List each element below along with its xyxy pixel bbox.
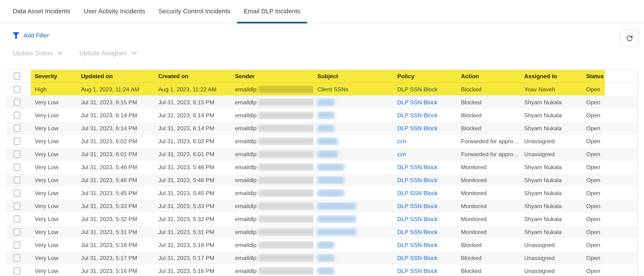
sender-text: emaildlp xyxy=(235,255,256,262)
column-header-updated-on[interactable]: Updated on xyxy=(77,73,154,80)
assigned-to-cell: Unassigned xyxy=(520,268,582,274)
redacted-sender-blur xyxy=(258,124,313,132)
row-checkbox[interactable] xyxy=(14,99,20,106)
status-cell: Open xyxy=(582,86,638,93)
update-assignee-button[interactable]: Update Assignee xyxy=(80,50,137,57)
assigned-to-cell: Unassigned xyxy=(520,151,582,158)
table-row[interactable]: Very Low Jul 31, 2023, 5:32 PM Jul 31, 2… xyxy=(6,212,637,226)
sender-cell: emaildlp xyxy=(231,124,313,132)
table-row[interactable]: Very Low Jul 31, 2023, 5:33 PM Jul 31, 2… xyxy=(6,200,637,212)
row-checkbox[interactable] xyxy=(14,216,20,223)
created-on-cell: Jul 31, 2023, 6:01 PM xyxy=(154,151,231,158)
created-on-cell: Aug 1, 2023, 11:22 AM xyxy=(154,86,231,93)
created-on-cell: Jul 31, 2023, 5:45 PM xyxy=(154,190,231,196)
status-cell: Open xyxy=(582,268,638,274)
add-filter-button[interactable]: Add Filter xyxy=(13,32,49,39)
redacted-subject-blur xyxy=(317,124,334,132)
policy-link[interactable]: DLP SSN Block xyxy=(397,190,438,196)
policy-link[interactable]: DLP SSN Block xyxy=(397,177,438,184)
subject-cell xyxy=(313,202,393,210)
subject-link[interactable]: Client SSNs xyxy=(317,86,348,93)
table-row[interactable]: Very Low Jul 31, 2023, 5:45 PM Jul 31, 2… xyxy=(6,187,637,200)
table-row[interactable]: Very Low Jul 31, 2023, 5:46 PM Jul 31, 2… xyxy=(6,174,637,187)
table-row[interactable]: Very Low Jul 31, 2023, 6:02 PM Jul 31, 2… xyxy=(6,135,637,148)
column-header-status[interactable]: Status xyxy=(582,73,638,80)
redacted-subject-blur xyxy=(317,228,356,236)
severity-cell: Very Low xyxy=(31,177,77,184)
row-checkbox-cell xyxy=(6,176,31,184)
row-checkbox[interactable] xyxy=(14,267,20,274)
status-cell: Open xyxy=(582,125,638,132)
row-checkbox[interactable] xyxy=(14,138,20,145)
sender-text: emaildlp xyxy=(235,190,256,196)
column-header-action[interactable]: Action xyxy=(457,73,520,80)
row-checkbox[interactable] xyxy=(14,164,20,171)
table-row[interactable]: Very Low Jul 31, 2023, 5:46 PM Jul 31, 2… xyxy=(6,161,637,174)
table-row[interactable]: Very Low Jul 31, 2023, 5:16 PM Jul 31, 2… xyxy=(6,264,637,276)
table-row[interactable]: High Aug 1, 2023, 11:24 AM Aug 1, 2023, … xyxy=(6,83,637,96)
tab-email-dlp-incidents[interactable]: Email DLP Incidents xyxy=(237,8,307,23)
policy-link[interactable]: DLP SSN Block xyxy=(397,268,438,274)
row-checkbox[interactable] xyxy=(14,242,20,248)
status-cell: Open xyxy=(582,229,638,236)
policy-link[interactable]: DLP SSN Block xyxy=(397,229,438,235)
policy-link[interactable]: DLP SSN Block xyxy=(397,242,438,248)
select-all-checkbox[interactable] xyxy=(14,72,20,80)
column-header-subject[interactable]: Subject xyxy=(313,73,393,80)
sender-text: emaildlp xyxy=(235,99,256,106)
created-on-cell: Jul 31, 2023, 6:02 PM xyxy=(154,138,231,145)
assigned-to-cell: Shyam Nukala xyxy=(520,164,582,170)
sender-cell: emaildlp xyxy=(231,254,313,262)
row-checkbox[interactable] xyxy=(14,176,20,184)
redacted-sender-blur xyxy=(258,137,313,145)
row-checkbox-cell xyxy=(6,138,31,145)
sender-text: emaildlp xyxy=(235,177,256,184)
table-row[interactable]: Very Low Jul 31, 2023, 6:01 PM Jul 31, 2… xyxy=(6,148,637,161)
table-row[interactable]: Very Low Jul 31, 2023, 6:14 PM Jul 31, 2… xyxy=(6,109,637,122)
row-checkbox[interactable] xyxy=(14,190,20,197)
tab-security-control-incidents[interactable]: Security Control Incidents xyxy=(152,8,237,23)
table-row[interactable]: Very Low Jul 31, 2023, 5:17 PM Jul 31, 2… xyxy=(6,252,637,264)
policy-link[interactable]: DLP SSN Block xyxy=(397,203,438,209)
row-checkbox[interactable] xyxy=(14,125,20,132)
severity-cell: High xyxy=(31,86,77,93)
table-row[interactable]: Very Low Jul 31, 2023, 5:31 PM Jul 31, 2… xyxy=(6,226,637,238)
policy-link[interactable]: DLP SSN Block xyxy=(397,164,438,170)
row-checkbox[interactable] xyxy=(14,150,20,158)
severity-cell: Very Low xyxy=(31,268,77,274)
tab-data-asset-incidents[interactable]: Data Asset Incidents xyxy=(6,8,77,23)
policy-link[interactable]: DLP SSN Block xyxy=(397,86,438,92)
policy-link[interactable]: DLP SSN Block xyxy=(397,216,438,222)
policy-link[interactable]: DLP SSN Block xyxy=(397,255,438,261)
redacted-subject-blur xyxy=(317,137,338,145)
update-status-button[interactable]: Update Status xyxy=(13,50,63,57)
assigned-to-cell: Shyam Nukala xyxy=(520,203,582,210)
policy-cell: DLP SSN Block xyxy=(393,125,457,132)
row-checkbox[interactable] xyxy=(14,86,20,93)
policy-link[interactable]: DLP SSN Block xyxy=(397,125,438,132)
redacted-sender-blur xyxy=(258,98,313,106)
row-checkbox[interactable] xyxy=(14,112,20,119)
refresh-button[interactable] xyxy=(620,30,639,47)
policy-link[interactable]: DLP SSN Block xyxy=(397,99,438,106)
policy-link[interactable]: DLP SSN Block xyxy=(397,112,438,118)
column-header-severity[interactable]: Severity xyxy=(31,73,77,80)
policy-cell: DLP SSN Block xyxy=(393,203,457,210)
tab-user-activity-incidents[interactable]: User Activity Incidents xyxy=(77,8,152,23)
policy-cell: DLP SSN Block xyxy=(393,86,457,93)
row-checkbox[interactable] xyxy=(14,254,20,262)
column-header-assigned-to[interactable]: Assigned to xyxy=(520,73,582,80)
column-header-sender[interactable]: Sender xyxy=(231,73,313,80)
row-checkbox[interactable] xyxy=(14,202,20,210)
table-row[interactable]: Very Low Jul 31, 2023, 6:14 PM Jul 31, 2… xyxy=(6,122,637,135)
updated-on-cell: Jul 31, 2023, 6:14 PM xyxy=(77,112,154,119)
column-header-created-on[interactable]: Created on xyxy=(154,73,231,80)
column-header-policy[interactable]: Policy xyxy=(393,73,457,80)
policy-cell: DLP SSN Block xyxy=(393,242,457,248)
policy-link[interactable]: ccn xyxy=(397,151,406,158)
row-checkbox[interactable] xyxy=(14,228,20,236)
redacted-sender-blur xyxy=(258,241,313,249)
table-row[interactable]: Very Low Jul 31, 2023, 5:18 PM Jul 31, 2… xyxy=(6,238,637,252)
policy-link[interactable]: ccn xyxy=(397,138,406,144)
table-row[interactable]: Very Low Jul 31, 2023, 6:15 PM Jul 31, 2… xyxy=(6,96,637,109)
